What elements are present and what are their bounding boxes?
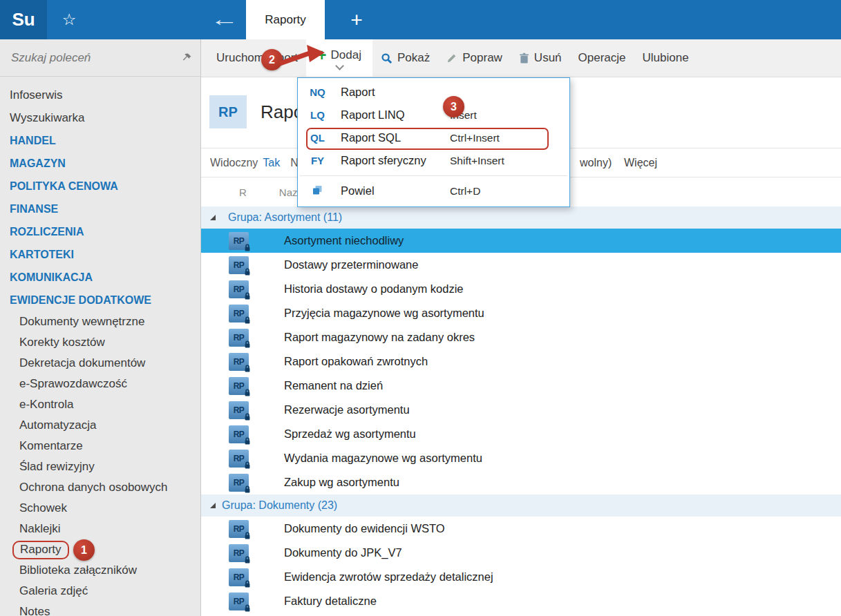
report-icon: RP: [229, 544, 249, 562]
sidebar-item-raporty-label: Raporty: [12, 541, 69, 559]
back-arrow-icon[interactable]: ←: [203, 0, 246, 39]
sidebar-item-e-kontrola[interactable]: e-Kontrola: [0, 394, 200, 415]
show-label: Pokaż: [397, 51, 430, 65]
report-type-icon: LQ: [298, 109, 337, 121]
trash-icon: [519, 52, 529, 64]
search-input[interactable]: [10, 50, 182, 66]
new-tab-button[interactable]: +: [344, 0, 369, 39]
copy-icon: [298, 185, 337, 198]
tab-raporty[interactable]: Raporty: [246, 0, 325, 39]
report-name: Historia dostawy o podanym kodzie: [284, 282, 464, 296]
table-row-selected[interactable]: RPAsortyment niechodliwy: [201, 229, 841, 253]
group-row-asortyment[interactable]: Grupa: Asortyment (11): [201, 206, 841, 229]
lock-icon: [244, 412, 251, 421]
sidebar-menu: Infoserwis Wyszukiwarka HANDEL MAGAZYN P…: [0, 77, 200, 616]
filter-visible-value[interactable]: Tak: [263, 157, 280, 169]
delete-button[interactable]: Usuń: [511, 39, 570, 77]
table-row[interactable]: RPRaport magazynowy na zadany okres: [201, 325, 841, 349]
table-row[interactable]: RPEwidencja zwrotów sprzedaży detaliczne…: [201, 565, 841, 589]
group-row-dokumenty[interactable]: Grupa: Dokumenty (23): [201, 494, 841, 517]
menu-item-raport-sferyczny[interactable]: FYRaport sferycznyShift+Insert: [298, 149, 569, 172]
sidebar: Infoserwis Wyszukiwarka HANDEL MAGAZYN P…: [0, 39, 201, 616]
sidebar-item-komunikacja[interactable]: KOMUNIKACJA: [0, 266, 200, 289]
favorites-button[interactable]: Ulubione: [634, 39, 697, 77]
filter-partial-right: wolny): [580, 157, 612, 169]
sidebar-item-biblioteka-zalacznikow[interactable]: Biblioteka załączników: [0, 560, 200, 581]
add-label: Dodaj: [331, 48, 361, 62]
sidebar-item-slad-rewizyjny[interactable]: Ślad rewizyjny: [0, 456, 200, 477]
lock-icon: [244, 604, 251, 613]
table-row[interactable]: RPHistoria dostawy o podanym kodzie: [201, 277, 841, 301]
report-type-icon: FY: [298, 155, 337, 166]
sidebar-item-e-sprawozdawczosc[interactable]: e-Sprawozdawczość: [0, 374, 200, 394]
sidebar-item-magazyn[interactable]: MAGAZYN: [0, 152, 200, 175]
report-name: Rezerwacje asortymentu: [284, 403, 410, 416]
sidebar-item-finanse[interactable]: FINANSE: [0, 198, 200, 220]
report-name: Dostawy przeterminowane: [284, 258, 418, 271]
menu-separator: [300, 175, 567, 176]
sidebar-item-naklejki[interactable]: Naklejki: [0, 519, 200, 539]
report-name: Sprzedaż wg asortymentu: [284, 427, 416, 441]
app-logo[interactable]: Su: [0, 0, 47, 39]
lock-icon: [244, 461, 251, 470]
sidebar-item-raporty[interactable]: Raporty 1: [0, 539, 200, 560]
menu-item-powiel[interactable]: PowielCtrl+D: [298, 180, 569, 202]
sidebar-item-galeria-zdjec[interactable]: Galeria zdjęć: [0, 581, 200, 601]
group-expand-icon: [210, 503, 216, 508]
sidebar-item-automatyzacja[interactable]: Automatyzacja: [0, 415, 200, 436]
lock-icon: [244, 316, 251, 325]
table-row[interactable]: RPDokumenty do ewidencji WSTO: [201, 517, 841, 541]
filter-more[interactable]: Więcej: [624, 157, 657, 169]
sidebar-item-kartoteki[interactable]: KARTOTEKI: [0, 243, 200, 266]
sidebar-item-rozliczenia[interactable]: ROZLICZENIA: [0, 220, 200, 243]
column-header-r[interactable]: R: [239, 186, 247, 198]
sidebar-item-handel[interactable]: HANDEL: [0, 129, 200, 152]
table-row[interactable]: RPRezerwacje asortymentu: [201, 398, 841, 422]
report-icon: RP: [229, 425, 249, 443]
table-row-partial[interactable]: RP: [201, 613, 841, 616]
sidebar-item-ochrona-danych-osobowych[interactable]: Ochrona danych osobowych: [0, 477, 200, 498]
reports-grid: Grupa: Asortyment (11) RPAsortyment niec…: [201, 206, 841, 616]
table-row[interactable]: RPPrzyjęcia magazynowe wg asortymentu: [201, 301, 841, 325]
operations-label: Operacje: [578, 51, 626, 65]
shortcut-label: Ctrl+D: [450, 185, 480, 198]
report-icon: RP: [229, 401, 249, 419]
table-row[interactable]: RPRaport opakowań zwrotnych: [201, 349, 841, 374]
report-name: Dokumenty do ewidencji WSTO: [284, 522, 445, 535]
annotation-badge-1: 1: [73, 539, 95, 561]
report-icon: RP: [229, 377, 249, 395]
edit-button[interactable]: Popraw: [438, 39, 511, 77]
sidebar-item-notes[interactable]: Notes: [0, 601, 200, 616]
report-name: Asortyment niechodliwy: [284, 234, 404, 247]
shortcut-label: Shift+Insert: [450, 155, 504, 167]
table-row[interactable]: RPZakup wg asortymentu: [201, 470, 841, 494]
table-row[interactable]: RPFaktury detaliczne: [201, 589, 841, 613]
favorites-star-icon[interactable]: ☆: [53, 0, 86, 39]
lock-icon: [244, 340, 251, 349]
lock-icon: [244, 243, 251, 252]
sidebar-item-dekretacja-dokumentow[interactable]: Dekretacja dokumentów: [0, 353, 200, 374]
sidebar-item-wyszukiwarka[interactable]: Wyszukiwarka: [0, 106, 200, 129]
menu-item-raport-linq[interactable]: LQRaport LINQInsert: [298, 104, 569, 126]
sidebar-item-korekty-kosztow[interactable]: Korekty kosztów: [0, 332, 200, 353]
pin-icon[interactable]: [182, 52, 192, 63]
table-row[interactable]: RPSprzedaż wg asortymentu: [201, 422, 841, 446]
operations-button[interactable]: Operacje: [570, 39, 634, 77]
show-button[interactable]: Pokaż: [372, 39, 438, 77]
sidebar-item-ewidencje-dodatkowe[interactable]: EWIDENCJE DODATKOWE: [0, 289, 200, 311]
table-row[interactable]: RPDokumenty do JPK_V7: [201, 541, 841, 565]
report-icon: RP: [229, 353, 249, 371]
sidebar-item-infoserwis[interactable]: Infoserwis: [0, 84, 200, 106]
topbar: Su ☆ ← Raporty +: [0, 0, 841, 39]
sidebar-item-polityka-cenowa[interactable]: POLITYKA CENOWA: [0, 175, 200, 198]
table-row[interactable]: RPRemanent na dzień: [201, 374, 841, 398]
report-icon: RP: [229, 329, 249, 347]
annotation-highlight-raport-sql: [306, 128, 549, 150]
sidebar-item-komentarze[interactable]: Komentarze: [0, 436, 200, 456]
table-row[interactable]: RPDostawy przeterminowane: [201, 253, 841, 277]
sidebar-item-schowek[interactable]: Schowek: [0, 498, 200, 519]
sidebar-item-dokumenty-wewnetrzne[interactable]: Dokumenty wewnętrzne: [0, 311, 200, 332]
lock-icon: [244, 388, 251, 397]
table-row[interactable]: RPWydania magazynowe wg asortymentu: [201, 446, 841, 470]
menu-item-raport[interactable]: NQRaport: [298, 81, 569, 104]
